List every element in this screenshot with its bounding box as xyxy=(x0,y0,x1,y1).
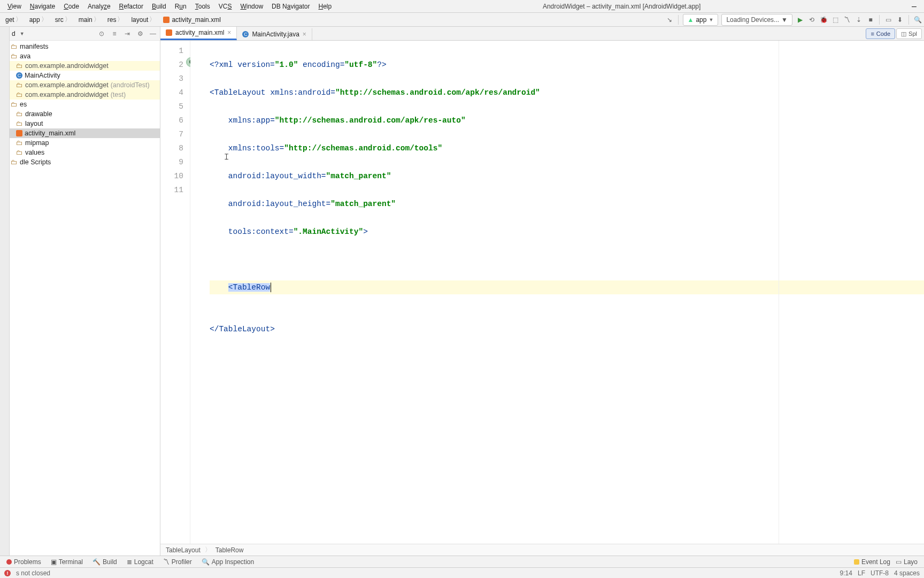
status-error-icon[interactable]: ! xyxy=(4,570,11,576)
tree-file-activity-main[interactable]: activity_main.xml xyxy=(10,128,160,138)
menu-run[interactable]: Run xyxy=(171,2,191,11)
crumb-tablerow[interactable]: TableRow xyxy=(215,546,244,554)
xml-file-icon xyxy=(16,130,22,136)
layout-inspector-icon: ▭ xyxy=(896,558,902,566)
menu-tools[interactable]: Tools xyxy=(191,2,214,11)
tree-gradle-scripts[interactable]: 🗀dle Scripts xyxy=(10,157,160,167)
editor-gutter[interactable]: 1 2 3 4 5 6 7 8 9 10 11 C xyxy=(160,41,190,544)
toolwin-appinspection[interactable]: 🔍App Inspection xyxy=(197,557,258,567)
code-editor[interactable]: <?xml version="1.0" encoding="utf-8"?> <… xyxy=(190,41,924,544)
toolbar-right: ↘ ▲ app ▼ Loading Devices... ▼ ▶ ⟲ 🐞 ⬚ 〽… xyxy=(665,14,922,26)
tree-folder-values[interactable]: 🗀values xyxy=(10,148,160,157)
tree-package-test[interactable]: 🗀com.example.androidwidget (test) xyxy=(10,90,160,100)
crumb-src[interactable]: src〉 xyxy=(52,14,75,26)
coverage-icon[interactable]: ⬚ xyxy=(831,16,840,24)
status-indent[interactable]: 4 spaces xyxy=(894,569,920,577)
select-opened-file-icon[interactable]: ⊙ xyxy=(97,29,106,39)
sync-icon[interactable]: ↘ xyxy=(665,16,674,24)
attach-debugger-icon[interactable]: ⇣ xyxy=(854,16,863,24)
device-label: Loading Devices... xyxy=(726,16,779,24)
avd-icon[interactable]: ▭ xyxy=(884,16,892,24)
tree-package[interactable]: 🗀com.example.androidwidget xyxy=(10,61,160,71)
menu-help[interactable]: Help xyxy=(314,2,336,11)
toolwin-build[interactable]: 🔨Build xyxy=(88,557,121,567)
event-log-icon xyxy=(854,559,859,565)
menu-code[interactable]: Code xyxy=(59,2,83,11)
profiler-icon[interactable]: 〽 xyxy=(843,16,851,24)
viewtab-split[interactable]: ◫Spl xyxy=(896,28,922,39)
run-icon[interactable]: ▶ xyxy=(796,16,804,24)
menu-window[interactable]: Window xyxy=(236,2,267,11)
crumb-tablelayout[interactable]: TableLayout xyxy=(166,546,201,554)
tab-mainactivity[interactable]: C MainActivity.java × xyxy=(237,28,312,40)
menu-view[interactable]: VViewiew xyxy=(3,2,26,11)
apply-changes-icon[interactable]: ⟲ xyxy=(807,16,816,24)
chevron-down-icon: ▼ xyxy=(781,16,788,24)
close-icon[interactable]: × xyxy=(227,29,231,36)
window-minimize-icon[interactable]: – xyxy=(907,2,921,11)
tree-package-androidtest[interactable]: 🗀com.example.androidwidget (androidTest) xyxy=(10,80,160,90)
crumb-get[interactable]: get〉 xyxy=(2,14,26,26)
package-icon: 🗀 xyxy=(16,81,23,89)
toolwin-layout[interactable]: ▭Layo xyxy=(891,557,922,567)
run-config-selector[interactable]: ▲ app ▼ xyxy=(683,14,719,26)
crumb-main[interactable]: main〉 xyxy=(75,14,104,26)
tab-activity-main[interactable]: activity_main.xml × xyxy=(160,27,237,40)
crumb-file[interactable]: activity_main.xml xyxy=(160,14,224,26)
tab-label: activity_main.xml xyxy=(175,29,224,36)
nav-bar: get〉 app〉 src〉 main〉 res〉 layout〉 activi… xyxy=(0,13,924,27)
menu-vcs[interactable]: VCS xyxy=(214,2,236,11)
crumb-layout[interactable]: layout〉 xyxy=(128,14,160,26)
menu-dbnavigator[interactable]: DB Navigator xyxy=(267,2,314,11)
toolwin-eventlog[interactable]: Event Log xyxy=(854,558,890,566)
package-icon: 🗀 xyxy=(16,91,23,98)
status-encoding[interactable]: UTF-8 xyxy=(871,569,889,577)
debug-icon[interactable]: 🐞 xyxy=(819,16,828,24)
toolwin-problems[interactable]: Problems xyxy=(2,557,45,567)
viewtab-code[interactable]: ≡Code xyxy=(866,28,895,39)
menu-bar: VViewiew Navigate Code Analyze Refactor … xyxy=(0,0,924,13)
folder-icon: 🗀 xyxy=(16,139,23,147)
crumb-app[interactable]: app〉 xyxy=(26,14,52,26)
profiler-icon: 〽 xyxy=(163,558,170,566)
project-panel-header: d ▼ ⊙ ≡ ⇥ ⚙ — xyxy=(10,27,160,41)
menu-navigate[interactable]: Navigate xyxy=(26,2,59,11)
expand-all-icon[interactable]: ≡ xyxy=(110,29,119,39)
tree-folder-drawable[interactable]: 🗀drawable xyxy=(10,109,160,119)
menu-analyze[interactable]: Analyze xyxy=(83,2,115,11)
menu-refactor[interactable]: Refactor xyxy=(115,2,148,11)
stop-icon[interactable]: ■ xyxy=(866,16,875,24)
tree-folder-java[interactable]: 🗀ava xyxy=(10,51,160,61)
tree-folder-manifests[interactable]: 🗀manifests xyxy=(10,42,160,51)
search-icon[interactable]: 🔍 xyxy=(913,16,922,24)
folder-icon: 🗀 xyxy=(16,120,23,127)
status-message: s not closed xyxy=(16,569,50,577)
hammer-icon: 🔨 xyxy=(93,558,101,566)
tree-folder-mipmap[interactable]: 🗀mipmap xyxy=(10,138,160,148)
sdk-icon[interactable]: ⬇ xyxy=(896,16,904,24)
tree-class-mainactivity[interactable]: CMainActivity xyxy=(10,71,160,80)
status-line-ending[interactable]: LF xyxy=(858,569,865,577)
crumb-res[interactable]: res〉 xyxy=(104,14,128,26)
menu-build[interactable]: Build xyxy=(148,2,171,11)
tree-folder-layout[interactable]: 🗀layout xyxy=(10,119,160,128)
toolwin-terminal[interactable]: ▣Terminal xyxy=(47,557,87,567)
tool-window-bar: Problems ▣Terminal 🔨Build ≣Logcat 〽Profi… xyxy=(0,556,924,567)
toolwin-logcat[interactable]: ≣Logcat xyxy=(122,557,158,567)
editor-body[interactable]: 1 2 3 4 5 6 7 8 9 10 11 C <?xml version=… xyxy=(160,41,924,544)
close-icon[interactable]: × xyxy=(303,31,306,38)
chevron-down-icon[interactable]: ▼ xyxy=(20,31,25,36)
error-dot-icon xyxy=(6,559,12,565)
hide-icon[interactable]: — xyxy=(148,29,158,39)
gear-icon[interactable]: ⚙ xyxy=(135,29,145,39)
collapse-all-icon[interactable]: ⇥ xyxy=(122,29,132,39)
folder-icon: 🗀 xyxy=(11,101,18,108)
tree-folder-res[interactable]: 🗀es xyxy=(10,100,160,109)
status-caret-pos[interactable]: 9:14 xyxy=(840,569,852,577)
code-view-icon: ≡ xyxy=(871,31,874,37)
logcat-icon: ≣ xyxy=(127,558,132,566)
device-selector[interactable]: Loading Devices... ▼ xyxy=(721,14,792,26)
editor-tabs: activity_main.xml × C MainActivity.java … xyxy=(160,27,924,41)
toolwin-profiler[interactable]: 〽Profiler xyxy=(159,557,196,567)
project-tree[interactable]: 🗀manifests 🗀ava 🗀com.example.androidwidg… xyxy=(10,41,160,556)
